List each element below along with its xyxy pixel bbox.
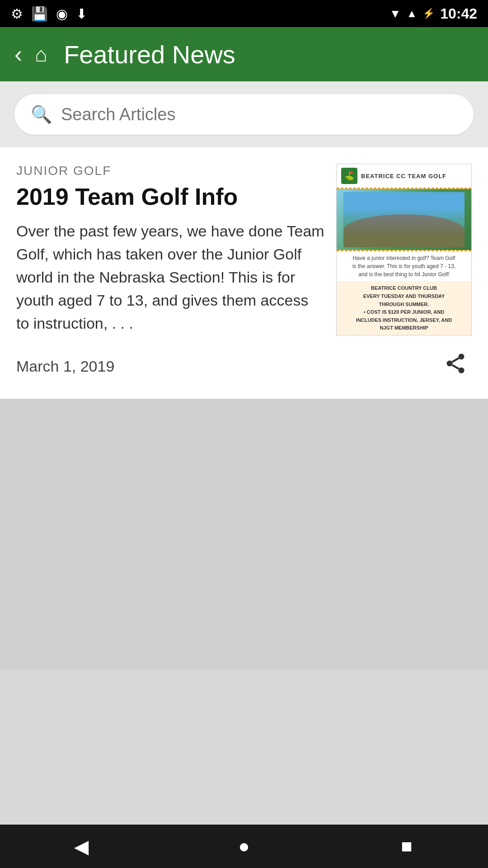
download-icon: ⬇ [76, 6, 87, 22]
share-button[interactable] [439, 350, 472, 382]
status-bar: ⚙ 💾 ◉ ⬇ ▼ ▲ ⚡ 10:42 [0, 0, 488, 27]
search-container: 🔍 [0, 81, 488, 147]
share-icon [444, 352, 467, 381]
svg-line-4 [452, 358, 459, 362]
sd-card-icon: 💾 [31, 6, 48, 22]
time-display: 10:42 [440, 5, 477, 22]
image-header: ⛳ BEATRICE CC TEAM GOLF [337, 164, 471, 189]
status-right: ▼ ▲ ⚡ 10:42 [389, 5, 477, 22]
image-info-text: BEATRICE COUNTRY CLUB EVERY TUESDAY AND … [340, 284, 468, 332]
article-category: JUNIOR GOLF [16, 164, 325, 178]
wifi-icon: ▼ [389, 7, 401, 21]
grey-content-area [0, 399, 488, 670]
article-photo [337, 189, 471, 250]
article-footer: March 1, 2019 [16, 350, 472, 382]
image-info-block: BEATRICE COUNTRY CLUB EVERY TUESDAY AND … [337, 281, 471, 335]
battery-icon: ⚡ [422, 8, 435, 19]
image-footer-text: Have a junior interested in golf? Team G… [340, 254, 468, 278]
home-button[interactable]: ⌂ [35, 42, 47, 66]
article-date: March 1, 2019 [16, 358, 114, 375]
club-logo: ⛳ [341, 168, 357, 184]
article-excerpt: Over the past few years, we have done Te… [16, 220, 325, 335]
status-icons-left: ⚙ 💾 ◉ ⬇ [11, 6, 87, 22]
article-card[interactable]: JUNIOR GOLF 2019 Team Golf Info Over the… [0, 147, 488, 399]
svg-point-1 [447, 361, 453, 367]
photo-silhouette [343, 214, 465, 247]
nav-recent-button[interactable]: ■ [389, 828, 425, 864]
page-title: Featured News [64, 40, 235, 69]
nav-home-button[interactable]: ● [226, 828, 262, 864]
article-inner: JUNIOR GOLF 2019 Team Golf Info Over the… [16, 164, 472, 335]
nav-back-button[interactable]: ◀ [63, 828, 99, 864]
photo-group [343, 192, 465, 247]
bottom-nav: ◀ ● ■ [0, 825, 488, 868]
svg-point-0 [459, 354, 465, 359]
settings-icon: ⚙ [11, 6, 23, 22]
search-bar[interactable]: 🔍 [14, 94, 474, 135]
article-text-col: JUNIOR GOLF 2019 Team Golf Info Over the… [16, 164, 325, 335]
article-image-col: ⛳ BEATRICE CC TEAM GOLF Have a junior in… [336, 164, 472, 335]
svg-line-3 [452, 365, 459, 369]
image-header-text: BEATRICE CC TEAM GOLF [361, 173, 446, 179]
sync-icon: ◉ [56, 6, 68, 22]
image-footer: Have a junior interested in golf? Team G… [337, 250, 471, 281]
app-bar: ‹ ⌂ Featured News [0, 27, 488, 81]
back-button[interactable]: ‹ [14, 42, 22, 66]
article-title: 2019 Team Golf Info [16, 184, 325, 211]
search-icon: 🔍 [31, 106, 52, 123]
article-image-box: ⛳ BEATRICE CC TEAM GOLF Have a junior in… [336, 164, 472, 335]
signal-icon: ▲ [406, 7, 417, 20]
search-input[interactable] [61, 105, 457, 124]
svg-point-2 [459, 368, 465, 373]
